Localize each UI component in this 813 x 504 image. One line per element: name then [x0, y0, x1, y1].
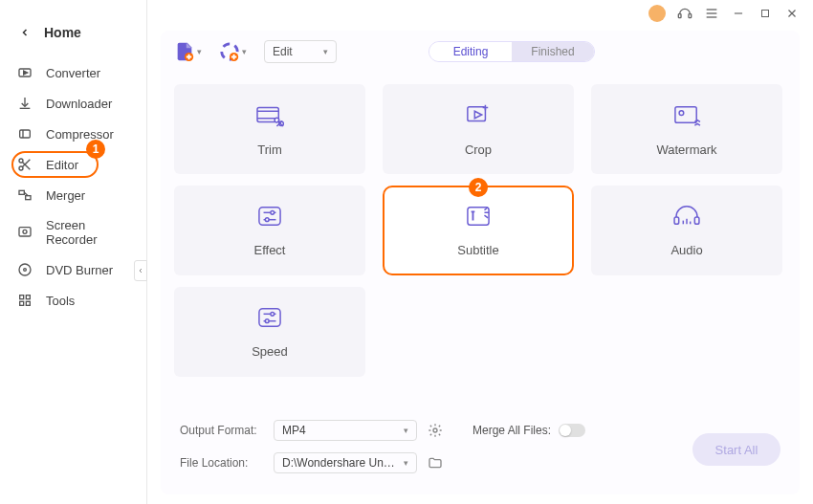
- svg-point-23: [24, 269, 27, 272]
- tools-icon: [17, 293, 33, 308]
- svg-rect-20: [19, 228, 31, 236]
- settings-gear-icon[interactable]: [427, 422, 444, 439]
- svg-point-57: [433, 428, 437, 432]
- svg-point-22: [19, 264, 31, 275]
- sidebar-item-tools[interactable]: Tools: [0, 285, 146, 316]
- tile-label: Watermark: [656, 142, 716, 157]
- sidebar-item-editor[interactable]: 1 Editor: [0, 149, 146, 180]
- download-icon: [17, 96, 33, 111]
- close-icon[interactable]: [784, 6, 800, 21]
- chevron-left-icon: [19, 27, 31, 38]
- tile-label: Speed: [252, 344, 288, 359]
- sidebar-item-label: Compressor: [46, 127, 114, 142]
- sidebar-item-merger[interactable]: Merger: [0, 180, 146, 210]
- step-badge-1: 1: [86, 140, 105, 159]
- sidebar-item-label: Merger: [46, 188, 85, 203]
- disc-plus-icon: [219, 41, 240, 62]
- seg-editing[interactable]: Editing: [429, 42, 512, 61]
- svg-point-56: [265, 318, 269, 322]
- svg-rect-26: [20, 301, 24, 305]
- svg-point-40: [679, 110, 684, 115]
- home-back[interactable]: Home: [0, 19, 146, 57]
- tile-speed[interactable]: Speed: [174, 287, 365, 377]
- output-format-value: MP4: [282, 424, 306, 437]
- sidebar: Home Converter Downloader Compressor 1 E…: [0, 0, 147, 504]
- support-headset-icon[interactable]: [677, 6, 692, 21]
- footer: Output Format: MP4▾ Merge All Files: Fil…: [174, 412, 786, 479]
- svg-rect-37: [468, 106, 486, 121]
- svg-rect-24: [20, 296, 24, 299]
- seg-finished[interactable]: Finished: [512, 42, 594, 61]
- edit-mode-value: Edit: [273, 45, 293, 58]
- svg-rect-47: [674, 216, 679, 223]
- converter-icon: [17, 65, 33, 80]
- sidebar-item-compressor[interactable]: Compressor: [0, 119, 146, 149]
- sidebar-item-label: Screen Recorder: [46, 218, 129, 247]
- svg-rect-17: [19, 190, 24, 194]
- sidebar-item-dvd-burner[interactable]: DVD Burner: [0, 254, 146, 285]
- tile-label: Subtitle: [457, 243, 498, 257]
- home-label: Home: [44, 25, 81, 40]
- file-location-select[interactable]: D:\Wondershare UniConverter 1▾: [274, 452, 417, 473]
- dvd-icon: [17, 262, 33, 277]
- svg-marker-38: [474, 111, 481, 118]
- output-format-select[interactable]: MP4▾: [274, 420, 417, 441]
- compressor-icon: [17, 126, 33, 142]
- editing-finished-toggle[interactable]: Editing Finished: [428, 41, 595, 62]
- crop-icon: [465, 102, 492, 131]
- svg-point-54: [271, 312, 275, 316]
- avatar-icon[interactable]: [648, 5, 666, 22]
- tile-label: Effect: [253, 243, 285, 257]
- svg-rect-25: [26, 296, 30, 299]
- tile-watermark[interactable]: Watermark: [591, 84, 782, 174]
- sidebar-item-label: Tools: [46, 294, 75, 308]
- svg-rect-39: [675, 106, 696, 122]
- svg-rect-48: [694, 216, 699, 223]
- file-location-label: File Location:: [180, 456, 264, 470]
- collapse-sidebar-button[interactable]: [134, 260, 147, 281]
- svg-rect-6: [762, 11, 769, 17]
- titlebar: [635, 0, 813, 27]
- svg-point-43: [271, 210, 275, 214]
- tile-effect[interactable]: Effect: [174, 186, 365, 275]
- svg-rect-11: [20, 130, 31, 138]
- active-highlight: [11, 151, 99, 178]
- maximize-icon[interactable]: [758, 6, 773, 21]
- start-all-button[interactable]: Start All: [692, 433, 780, 466]
- tile-audio[interactable]: Audio: [591, 186, 782, 275]
- trim-icon: [255, 102, 284, 131]
- effect-icon: [256, 205, 283, 231]
- edit-mode-select[interactable]: Edit ▾: [264, 40, 337, 63]
- tile-trim[interactable]: Trim: [174, 84, 365, 174]
- sidebar-item-screen-recorder[interactable]: Screen Recorder: [0, 210, 146, 254]
- editor-panel: ▾ ▾ Edit ▾ Editing Finished Tr: [161, 31, 800, 494]
- editor-toolbar: ▾ ▾ Edit ▾ Editing Finished: [174, 40, 786, 63]
- sidebar-item-downloader[interactable]: Downloader: [0, 88, 146, 119]
- main-content: ▾ ▾ Edit ▾ Editing Finished Tr: [147, 0, 813, 504]
- tile-label: Crop: [465, 142, 492, 157]
- file-location-value: D:\Wondershare UniConverter 1: [282, 456, 397, 470]
- tool-grid: Trim Crop Watermark Effect 2 S: [174, 84, 786, 377]
- minimize-icon[interactable]: [731, 6, 746, 21]
- subtitle-icon: [465, 205, 492, 231]
- tile-crop[interactable]: Crop: [383, 84, 574, 174]
- merge-label: Merge All Files:: [472, 424, 551, 437]
- open-folder-icon[interactable]: [427, 454, 444, 471]
- tile-subtitle[interactable]: 2 Subtitle: [383, 186, 574, 275]
- tile-label: Audio: [670, 243, 702, 257]
- svg-rect-0: [678, 14, 681, 18]
- merge-all-row: Merge All Files:: [472, 424, 585, 437]
- audio-icon: [672, 205, 701, 231]
- add-file-button[interactable]: ▾: [174, 41, 202, 62]
- speed-icon: [256, 306, 283, 333]
- svg-point-45: [265, 217, 269, 221]
- watermark-icon: [672, 102, 701, 131]
- hamburger-menu-icon[interactable]: [704, 6, 719, 21]
- svg-marker-10: [24, 71, 28, 75]
- sidebar-item-label: DVD Burner: [46, 263, 113, 277]
- tile-label: Trim: [257, 142, 282, 157]
- add-from-device-button[interactable]: ▾: [219, 41, 247, 62]
- merge-toggle[interactable]: [559, 424, 585, 437]
- sidebar-item-converter[interactable]: Converter: [0, 57, 146, 88]
- screen-recorder-icon: [17, 225, 33, 240]
